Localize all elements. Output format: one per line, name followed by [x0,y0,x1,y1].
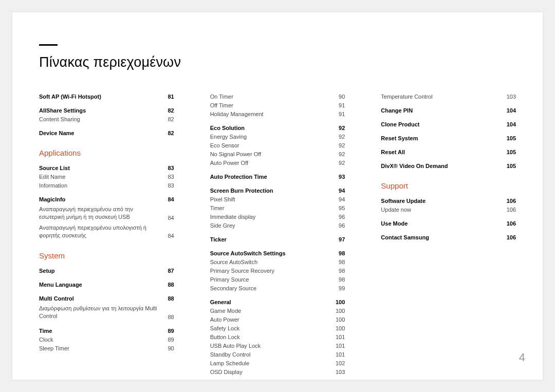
toc-entry[interactable]: Immediate display96 [210,213,345,221]
toc-entry[interactable]: Side Grey96 [210,221,345,230]
toc-entry[interactable]: Primary Source Recovery98 [210,267,345,275]
toc-entry-page: 98 [334,277,345,283]
toc-entry[interactable]: Button Lock101 [210,333,345,342]
toc-entry-label: Auto Protection Time [210,174,334,180]
page-title: Πίνακας περιεχομένων [39,54,181,70]
toc-entry-label: Auto Power [210,317,334,323]
toc-entry[interactable]: Temperature Control103 [381,92,516,101]
toc-entry[interactable]: Source List83 [39,164,174,173]
toc-entry[interactable]: Edit Name83 [39,173,174,181]
toc-entry[interactable]: Auto Power Off92 [210,159,345,167]
toc-entry[interactable]: Update now106 [381,206,516,214]
toc-entry-label: Primary Source Recovery [210,268,334,274]
toc-entry-label: Game Mode [210,308,334,314]
toc-entry[interactable]: Standby Control101 [210,350,345,359]
toc-entry-page: 102 [334,361,345,366]
toc-entry[interactable]: Reset System105 [381,134,516,143]
toc-entry[interactable]: DivX® Video On Demand105 [381,162,516,171]
toc-entry[interactable]: Content Sharing82 [39,115,174,124]
toc-entry-label: Content Sharing [39,117,163,122]
toc-group: Change PIN104 [381,106,516,115]
toc-entry[interactable]: Sleep Timer90 [39,344,174,353]
toc-entry[interactable]: Auto Protection Time93 [210,173,345,181]
toc-entry-page: 105 [505,136,516,141]
toc-entry-page: 84 [163,233,174,239]
toc-entry-label: Αναπαραγωγή περιεχομένου από την εσωτερι… [39,206,163,221]
toc-entry[interactable]: Αναπαραγωγή περιεχομένου από την εσωτερι… [39,204,174,222]
toc-entry[interactable]: Clone Product104 [381,120,516,129]
toc-entry[interactable]: AllShare Settings82 [39,106,174,115]
toc-entry[interactable]: On Timer90 [210,92,345,101]
toc-entry[interactable]: Lamp Schedule102 [210,359,345,368]
title-rule [39,44,58,46]
toc-entry[interactable]: Time89 [39,327,174,335]
toc-entry[interactable]: Αναπαραγωγή περιεχομένου υπολογιστή ή φο… [39,222,174,241]
toc-entry[interactable]: Information83 [39,181,174,190]
toc-entry[interactable]: Source AutoSwitch Settings98 [210,249,345,258]
toc-entry[interactable]: Auto Power100 [210,315,345,324]
toc-entry[interactable]: USB Auto Play Lock101 [210,342,345,350]
page-inner: Πίνακας περιεχομένων Soft AP (Wi-Fi Hots… [12,12,543,380]
toc-entry-page: 96 [334,214,345,220]
toc-entry[interactable]: Software Update106 [381,197,516,206]
toc-entry-label: Soft AP (Wi-Fi Hotspot) [39,94,163,100]
toc-group: Source AutoSwitch Settings98Source AutoS… [210,249,345,293]
toc-entry[interactable]: Game Mode100 [210,307,345,315]
toc-entry-page: 100 [334,326,345,331]
toc-entry[interactable]: MagicInfo84 [39,195,174,204]
toc-entry[interactable]: General100 [210,298,345,307]
toc-entry-label: AllShare Settings [39,108,163,114]
toc-entry[interactable]: Contact Samsung106 [381,233,516,242]
toc-group: Reset System105 [381,134,516,143]
toc-entry[interactable]: Safety Lock100 [210,324,345,333]
toc-entry-page: 104 [505,122,516,127]
toc-entry[interactable]: Screen Burn Protection94 [210,186,345,195]
toc-entry[interactable]: Holiday Management91 [210,110,345,119]
toc-entry[interactable]: Energy Saving92 [210,133,345,141]
toc-entry-label: Auto Power Off [210,160,334,166]
toc-entry-page: 101 [334,334,345,340]
toc-entry[interactable]: Change PIN104 [381,106,516,115]
toc-entry-page: 103 [334,369,345,375]
toc-group: Time89Clock89Sleep Timer90 [39,327,174,353]
toc-entry[interactable]: Pixel Shift94 [210,195,345,204]
toc-entry-page: 82 [163,117,174,122]
toc-entry-label: Information [39,183,163,189]
toc-entry-label: Eco Sensor [210,143,334,148]
toc-entry[interactable]: Secondary Source99 [210,284,345,293]
toc-entry[interactable]: Eco Sensor92 [210,141,345,150]
toc-entry[interactable]: Source AutoSwitch98 [210,258,345,267]
toc-entry[interactable]: Soft AP (Wi-Fi Hotspot)81 [39,92,174,101]
toc-entry-page: 99 [334,286,345,291]
toc-entry[interactable]: Reset All105 [381,148,516,157]
toc-entry-label: Energy Saving [210,134,334,140]
toc-group: Soft AP (Wi-Fi Hotspot)81 [39,92,174,101]
toc-entry-label: Change PIN [381,108,505,114]
toc-entry-page: 98 [334,251,345,256]
toc-entry[interactable]: Device Name82 [39,129,174,138]
toc-entry-label: Off Timer [210,103,334,108]
toc-entry[interactable]: Setup87 [39,267,174,275]
toc-entry[interactable]: OSD Display103 [210,368,345,377]
toc-entry[interactable]: Use Mode106 [381,219,516,228]
toc-entry-page: 88 [163,282,174,288]
toc-entry[interactable]: No Signal Power Off92 [210,150,345,159]
toc-entry-page: 100 [334,317,345,323]
toc-entry-label: Timer [210,206,334,211]
toc-entry[interactable]: Clock89 [39,335,174,344]
toc-entry[interactable]: Eco Solution92 [210,124,345,133]
toc-entry[interactable]: Ticker97 [210,235,345,244]
page-number: 4 [519,351,525,364]
toc-entry[interactable]: Timer95 [210,204,345,213]
toc-group: Source List83Edit Name83Information83 [39,164,174,190]
toc-entry[interactable]: Διαμόρφωση ρυθμίσεων για τη λειτουργία M… [39,303,174,322]
toc-entry-label: Pixel Shift [210,197,334,202]
toc-entry-page: 82 [163,108,174,114]
toc-entry-page: 83 [163,183,174,189]
toc-entry[interactable]: Off Timer91 [210,101,345,110]
toc-entry[interactable]: Multi Control88 [39,294,174,303]
toc-entry-page: 84 [163,197,174,202]
toc-entry[interactable]: Menu Language88 [39,281,174,289]
toc-entry-label: Reset System [381,136,505,141]
toc-entry[interactable]: Primary Source98 [210,275,345,284]
